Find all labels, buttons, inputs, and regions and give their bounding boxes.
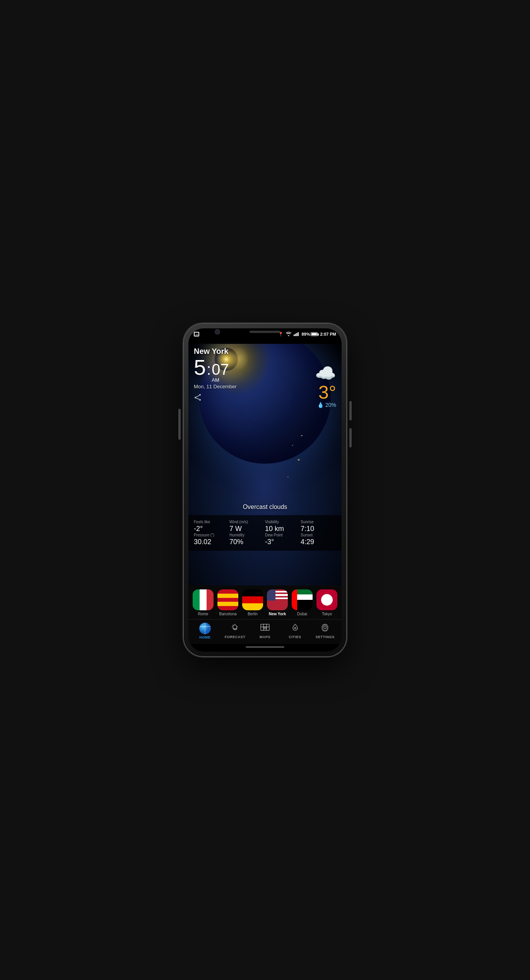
maps-icon [260, 623, 270, 634]
sunset-label: Sunset [301, 533, 336, 537]
nav-forecast[interactable]: FORECAST [220, 623, 250, 639]
weather-stats: Feels like -2° Wind (m/s) 7 W Visibility… [188, 515, 342, 551]
svg-point-21 [294, 627, 296, 629]
berlin-label: Berlin [248, 612, 258, 616]
tokyo-label: Tokyo [322, 612, 332, 616]
svg-point-5 [199, 399, 201, 401]
status-right: 📍 [278, 332, 336, 337]
svg-line-7 [196, 396, 199, 397]
weather-main: New York 5 : 07 AM Mon, 11 December [188, 344, 342, 586]
stat-visibility: Visibility 10 km [265, 520, 301, 533]
stat-pressure: Pressure (") 30.02 [194, 533, 229, 546]
phone-camera [215, 329, 220, 335]
home-globe-icon [199, 623, 211, 634]
temperature-display: ☁️ 3° 💧 20% [315, 363, 336, 408]
stat-humidity: Humidity 70% [229, 533, 265, 546]
weather-cloud-icon: ☁️ [315, 363, 336, 383]
humidity-label: Humidity [229, 533, 265, 537]
power-button[interactable] [178, 409, 181, 440]
time-hour: 5 [194, 357, 206, 378]
feels-like-value: -2° [194, 525, 229, 533]
tokyo-flag [316, 589, 337, 610]
visibility-value: 10 km [265, 525, 301, 533]
newyork-flag [267, 589, 288, 610]
barcelona-label: Barcelona [219, 612, 236, 616]
nav-cities-label: CITIES [289, 635, 301, 639]
phone-speaker [250, 331, 280, 333]
time-ampm: AM [212, 377, 219, 383]
city-item-newyork[interactable]: New York [267, 589, 288, 616]
nav-maps[interactable]: MAPS [250, 623, 280, 639]
svg-point-4 [199, 394, 201, 396]
barcelona-flag [217, 589, 238, 610]
svg-point-20 [264, 627, 266, 629]
status-time: 2:07 PM [320, 332, 336, 336]
stat-wind: Wind (m/s) 7 W [229, 520, 265, 533]
battery-percent: 89% [301, 332, 310, 336]
settings-icon [320, 623, 330, 634]
svg-line-8 [196, 398, 199, 400]
rome-flag [193, 589, 214, 610]
phone-frame: 📍 [184, 324, 346, 656]
svg-rect-1 [295, 334, 296, 336]
svg-rect-3 [298, 332, 299, 336]
home-indicator-bar [188, 644, 342, 652]
svg-rect-2 [296, 333, 297, 336]
nav-cities[interactable]: CITIES [280, 623, 310, 639]
precipitation-display: 💧 20% [317, 402, 336, 408]
sunset-value: 4:29 [301, 538, 336, 546]
svg-rect-0 [294, 335, 295, 336]
rain-drop-icon: 💧 [317, 402, 324, 408]
stat-sunset: Sunset 4:29 [301, 533, 336, 546]
temperature-value: 3° [318, 383, 336, 402]
sunrise-value: 7:10 [301, 525, 336, 533]
stat-sunrise: Sunrise 7:10 [301, 520, 336, 533]
stat-dewpoint: Dew Point -3° [265, 533, 301, 546]
nav-settings[interactable]: SETTINGS [310, 623, 340, 639]
image-icon [194, 332, 199, 336]
city-item-berlin[interactable]: Berlin [242, 589, 263, 616]
dewpoint-value: -3° [265, 538, 301, 546]
dubai-flag [292, 589, 313, 610]
cities-row: Rome Barcelona Berlin New York Dubai [188, 586, 342, 619]
app-screen: 📍 [188, 328, 342, 652]
forecast-icon [230, 623, 240, 634]
pressure-value: 30.02 [194, 538, 229, 546]
svg-point-9 [233, 625, 237, 629]
berlin-flag [242, 589, 263, 610]
signal-icon [294, 332, 299, 337]
phone-screen: 📍 [188, 328, 342, 652]
nav-home-label: HOME [199, 635, 210, 639]
rome-label: Rome [198, 612, 209, 616]
city-item-tokyo[interactable]: Tokyo [316, 589, 337, 616]
status-bar: 📍 [188, 328, 342, 340]
status-left [194, 332, 199, 336]
city-item-barcelona[interactable]: Barcelona [217, 589, 238, 616]
svg-point-6 [195, 397, 196, 398]
nav-home[interactable]: HOME [190, 623, 220, 639]
volume-up-button[interactable] [349, 401, 352, 420]
cities-icon [290, 623, 300, 634]
sunrise-label: Sunrise [301, 520, 336, 524]
nav-forecast-label: FORECAST [225, 635, 246, 639]
volume-down-button[interactable] [349, 428, 352, 447]
battery-indicator: 89% [301, 332, 318, 336]
pressure-label: Pressure (") [194, 533, 229, 537]
nav-maps-label: MAPS [260, 635, 270, 639]
city-item-rome[interactable]: Rome [193, 589, 214, 616]
wind-label: Wind (m/s) [229, 520, 265, 524]
city-item-dubai[interactable]: Dubai [292, 589, 313, 616]
nav-settings-label: SETTINGS [316, 635, 335, 639]
time-colon: : [207, 362, 211, 377]
feels-like-label: Feels like [194, 520, 229, 524]
newyork-label: New York [269, 612, 286, 616]
wind-value: 7 W [229, 525, 265, 533]
svg-point-22 [324, 626, 327, 629]
time-min: 07 [212, 362, 229, 377]
bottom-navigation: HOME [188, 619, 342, 644]
wifi-icon [286, 332, 291, 337]
dubai-label: Dubai [297, 612, 307, 616]
home-bar [246, 646, 284, 648]
dewpoint-label: Dew Point [265, 533, 301, 537]
stat-feels-like: Feels like -2° [194, 520, 229, 533]
